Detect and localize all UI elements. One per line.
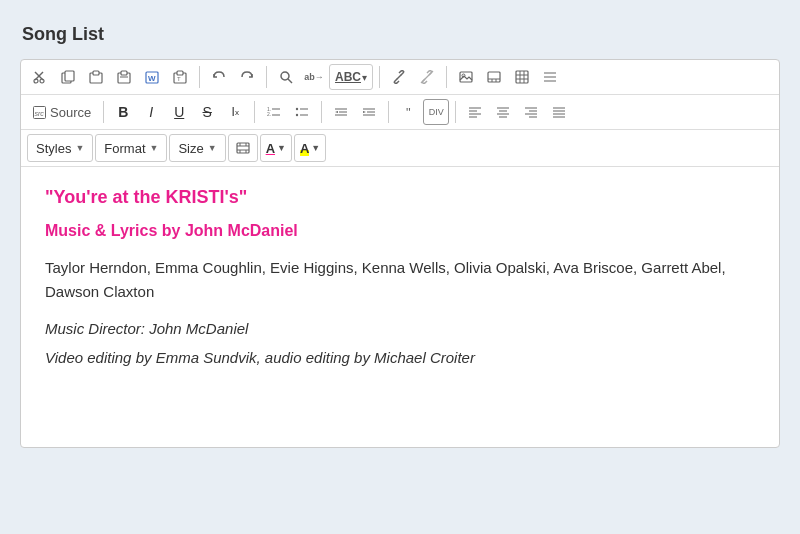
media-button[interactable]	[481, 64, 507, 90]
format-dropdown[interactable]: Format ▼	[95, 134, 167, 162]
sep4	[446, 66, 447, 88]
align-center-button[interactable]	[490, 99, 516, 125]
svg-line-17	[288, 79, 292, 83]
redo-button[interactable]	[234, 64, 260, 90]
svg-text:src: src	[35, 110, 45, 117]
div-button[interactable]: DIV	[423, 99, 449, 125]
sep2	[266, 66, 267, 88]
increase-indent-button[interactable]	[356, 99, 382, 125]
align-left-button[interactable]	[462, 99, 488, 125]
sep-format1	[254, 101, 255, 123]
format-label: Format	[104, 141, 145, 156]
svg-rect-14	[177, 71, 183, 75]
content-title: "You're at the KRISTI's"	[45, 187, 755, 208]
bg-color-button[interactable]: A ▼	[294, 134, 326, 162]
film-button[interactable]	[228, 134, 258, 162]
ordered-list-button[interactable]: 1. 2.	[261, 99, 287, 125]
sep-format4	[455, 101, 456, 123]
special-char-button[interactable]	[537, 64, 563, 90]
size-dropdown[interactable]: Size ▼	[169, 134, 225, 162]
svg-rect-22	[488, 72, 500, 82]
font-color-button[interactable]: A ▼	[260, 134, 292, 162]
link-button[interactable]	[386, 64, 412, 90]
styles-dropdown[interactable]: Styles ▼	[27, 134, 93, 162]
content-subtitle: Music & Lyrics by John McDaniel	[45, 222, 755, 240]
source-label: Source	[50, 105, 91, 120]
svg-text:2.: 2.	[267, 111, 271, 117]
copy-button[interactable]	[55, 64, 81, 90]
sep1	[199, 66, 200, 88]
bg-color-arrow-icon: ▼	[311, 143, 320, 153]
size-label: Size	[178, 141, 203, 156]
paste-text-button[interactable]	[111, 64, 137, 90]
svg-rect-5	[65, 71, 74, 81]
font-color-arrow-icon: ▼	[277, 143, 286, 153]
find-replace-button[interactable]: ab→	[301, 64, 327, 90]
underline-button[interactable]: U	[166, 99, 192, 125]
svg-text:W: W	[148, 74, 156, 83]
paste-word-button[interactable]: W	[139, 64, 165, 90]
svg-point-3	[40, 79, 44, 83]
toolbar-row-1: W T	[21, 60, 779, 95]
unlink-button[interactable]	[414, 64, 440, 90]
align-right-button[interactable]	[518, 99, 544, 125]
sep3	[379, 66, 380, 88]
blockquote-button[interactable]: "	[395, 99, 421, 125]
content-area[interactable]: "You're at the KRISTI's" Music & Lyrics …	[21, 167, 779, 447]
image-button[interactable]	[453, 64, 479, 90]
table-button[interactable]	[509, 64, 535, 90]
paste-special-button[interactable]: T	[167, 64, 193, 90]
svg-point-16	[281, 72, 289, 80]
format-arrow-icon: ▼	[150, 143, 159, 153]
subscript-button[interactable]: Ix	[222, 99, 248, 125]
content-cast: Taylor Herndon, Emma Coughlin, Evie Higg…	[45, 256, 755, 304]
content-video: Video editing by Emma Sundvik, audio edi…	[45, 349, 755, 366]
source-button[interactable]: src Source	[27, 103, 97, 122]
spellcheck-button[interactable]: ABC ▾	[329, 64, 373, 90]
styles-arrow-icon: ▼	[75, 143, 84, 153]
svg-point-2	[34, 79, 38, 83]
svg-rect-7	[93, 71, 99, 75]
toolbar-row-2: src Source B I U S Ix 1. 2.	[21, 95, 779, 130]
italic-button[interactable]: I	[138, 99, 164, 125]
svg-rect-9	[121, 71, 127, 75]
bg-color-label: A	[300, 141, 309, 156]
bold-button[interactable]: B	[110, 99, 136, 125]
font-color-label: A	[266, 141, 275, 156]
sep-format2	[321, 101, 322, 123]
svg-point-41	[296, 114, 298, 116]
undo-button[interactable]	[206, 64, 232, 90]
decrease-indent-button[interactable]	[328, 99, 354, 125]
strikethrough-button[interactable]: S	[194, 99, 220, 125]
styles-label: Styles	[36, 141, 71, 156]
svg-rect-20	[460, 72, 472, 82]
svg-rect-26	[516, 71, 528, 83]
editor-wrapper: W T	[20, 59, 780, 448]
content-director: Music Director: John McDaniel	[45, 320, 755, 337]
sep-format3	[388, 101, 389, 123]
align-justify-button[interactable]	[546, 99, 572, 125]
toolbar-row-3: Styles ▼ Format ▼ Size ▼	[21, 130, 779, 167]
svg-point-40	[296, 108, 298, 110]
cut-button[interactable]	[27, 64, 53, 90]
size-arrow-icon: ▼	[208, 143, 217, 153]
editor-container: Song List	[20, 20, 780, 448]
paste-button[interactable]	[83, 64, 109, 90]
unordered-list-button[interactable]	[289, 99, 315, 125]
sep-source	[103, 101, 104, 123]
svg-rect-66	[237, 143, 249, 153]
page-title: Song List	[20, 20, 780, 49]
svg-text:T: T	[177, 76, 181, 82]
find-button[interactable]	[273, 64, 299, 90]
svg-line-18	[397, 75, 402, 80]
